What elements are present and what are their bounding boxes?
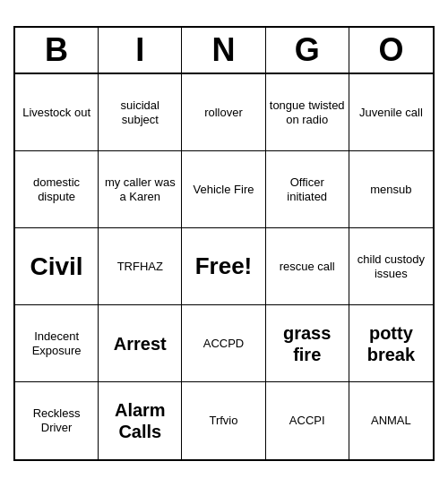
bingo-cell-13: rescue call [266, 228, 349, 305]
bingo-cell-21: Alarm Calls [99, 382, 182, 459]
bingo-header: BINGO [15, 28, 433, 74]
bingo-cell-16: Arrest [99, 305, 182, 382]
bingo-cell-0: Livestock out [15, 74, 99, 151]
bingo-cell-17: ACCPD [182, 305, 265, 382]
bingo-cell-8: Officer initiated [266, 151, 349, 228]
header-letter-O: O [349, 28, 433, 73]
bingo-cell-2: rollover [182, 74, 265, 151]
bingo-cell-11: TRFHAZ [99, 228, 182, 305]
bingo-cell-9: mensub [349, 151, 433, 228]
bingo-cell-12: Free! [182, 228, 265, 305]
bingo-card: BINGO Livestock outsuicidal subjectrollo… [13, 26, 435, 461]
bingo-cell-20: Reckless Driver [15, 382, 99, 459]
bingo-cell-7: Vehicle Fire [182, 151, 265, 228]
bingo-cell-4: Juvenile call [349, 74, 433, 151]
bingo-cell-23: ACCPI [266, 382, 349, 459]
bingo-cell-10: Civil [15, 228, 99, 305]
bingo-cell-3: tongue twisted on radio [266, 74, 349, 151]
bingo-cell-24: ANMAL [349, 382, 433, 459]
header-letter-B: B [15, 28, 99, 73]
bingo-grid: Livestock outsuicidal subjectrolloverton… [15, 74, 433, 459]
header-letter-I: I [99, 28, 182, 73]
bingo-cell-1: suicidal subject [99, 74, 182, 151]
bingo-cell-14: child custody issues [349, 228, 433, 305]
bingo-cell-22: Trfvio [182, 382, 265, 459]
bingo-cell-6: my caller was a Karen [99, 151, 182, 228]
bingo-cell-18: grass fire [266, 305, 349, 382]
header-letter-N: N [182, 28, 265, 73]
bingo-cell-19: potty break [349, 305, 433, 382]
header-letter-G: G [266, 28, 349, 73]
bingo-cell-5: domestic dispute [15, 151, 99, 228]
bingo-cell-15: Indecent Exposure [15, 305, 99, 382]
